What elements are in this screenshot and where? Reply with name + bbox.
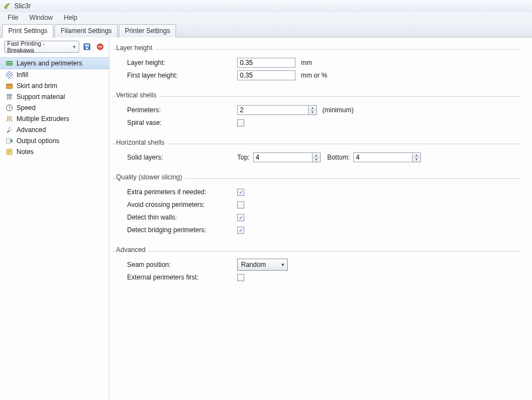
group-horizontal-shells: Horizontal shells Solid layers: Top: ▲▼ …	[113, 139, 521, 163]
seam-position-label: Seam position:	[127, 261, 237, 269]
sidebar-item-notes[interactable]: Notes	[0, 146, 109, 157]
spin-down-icon[interactable]: ▼	[413, 158, 420, 162]
extra-perimeters-checkbox[interactable]: ✓	[237, 189, 244, 196]
menu-help[interactable]: Help	[59, 13, 82, 23]
group-advanced: Advanced Seam position: Random ▼ Externa…	[113, 246, 521, 283]
sidebar-item-layers-and-perimeters[interactable]: Layers and perimeters	[0, 57, 109, 69]
sidebar-item-speed[interactable]: Speed	[0, 102, 109, 113]
avoid-crossing-checkbox[interactable]	[237, 201, 244, 209]
svg-rect-2	[86, 47, 89, 50]
menu-file[interactable]: File	[3, 13, 23, 23]
sidebar-nav: Layers and perimeters Infill Skirt and b…	[0, 56, 109, 158]
spiral-vase-label: Spiral vase:	[127, 119, 237, 127]
svg-rect-9	[7, 84, 13, 85]
group-layer-height: Layer height Layer height: mm First laye…	[113, 44, 521, 81]
svg-rect-11	[7, 96, 8, 100]
sidebar-item-label: Layers and perimeters	[17, 59, 82, 67]
layer-height-label: Layer height:	[127, 59, 237, 67]
spiral-vase-checkbox[interactable]	[237, 119, 244, 127]
tab-printer-settings[interactable]: Printer Settings	[119, 24, 176, 37]
sidebar-item-label: Infill	[17, 71, 28, 79]
sidebar-item-label: Multiple Extruders	[17, 115, 69, 123]
clock-icon	[6, 104, 13, 112]
save-preset-button[interactable]	[81, 41, 92, 52]
avoid-crossing-label: Avoid crossing perimeters:	[127, 201, 237, 209]
settings-content: Layer height Layer height: mm First laye…	[109, 37, 532, 400]
delete-icon	[96, 43, 104, 51]
sidebar-item-label: Speed	[17, 104, 36, 112]
menu-window[interactable]: Window	[25, 13, 57, 23]
solid-layers-top-spinner[interactable]: ▲▼	[312, 152, 321, 162]
seam-position-value: Random	[241, 261, 266, 269]
group-title: Advanced	[116, 246, 149, 254]
notes-icon	[6, 148, 13, 156]
perimeters-input[interactable]	[237, 105, 309, 115]
sidebar-item-label: Notes	[17, 148, 34, 156]
app-icon	[3, 2, 11, 10]
sidebar-item-label: Advanced	[17, 126, 46, 134]
svg-rect-1	[85, 45, 89, 47]
sidebar: Fast Printing - Breakawa ▼ Layers and pe…	[0, 37, 109, 400]
preset-selected-label: Fast Printing - Breakawa	[7, 40, 72, 53]
box-icon	[6, 82, 13, 90]
perimeters-spinner[interactable]: ▲▼	[309, 105, 317, 115]
svg-rect-4	[98, 46, 102, 47]
group-title: Vertical shells	[116, 91, 160, 99]
chevron-down-icon: ▼	[281, 262, 285, 267]
spin-up-icon[interactable]: ▲	[413, 153, 420, 158]
solid-layers-bottom-input[interactable]	[353, 152, 413, 162]
extruder-icon	[6, 115, 13, 123]
detect-thin-walls-label: Detect thin walls:	[127, 213, 237, 221]
sidebar-item-output-options[interactable]: Output options	[0, 135, 109, 146]
infill-icon	[6, 71, 13, 79]
sidebar-item-label: Support material	[17, 93, 65, 101]
sidebar-item-skirt-and-brim[interactable]: Skirt and brim	[0, 80, 109, 91]
seam-position-select[interactable]: Random ▼	[237, 259, 288, 271]
sidebar-item-advanced[interactable]: Advanced	[0, 124, 109, 135]
perimeters-suffix: (minimum)	[322, 106, 354, 114]
layer-height-input[interactable]	[237, 58, 295, 68]
external-perimeters-first-label: External perimeters first:	[127, 273, 237, 281]
sidebar-item-label: Output options	[17, 137, 59, 145]
preset-row: Fast Printing - Breakawa ▼	[0, 37, 109, 56]
solid-layers-top-input[interactable]	[253, 152, 312, 162]
preset-select[interactable]: Fast Printing - Breakawa ▼	[4, 41, 79, 53]
sidebar-item-infill[interactable]: Infill	[0, 69, 109, 80]
svg-rect-7	[6, 64, 13, 65]
detect-bridging-checkbox[interactable]: ✓	[237, 227, 244, 234]
first-layer-height-input[interactable]	[237, 70, 295, 80]
tab-print-settings[interactable]: Print Settings	[2, 24, 53, 37]
output-icon	[6, 137, 13, 145]
group-title: Layer height	[116, 44, 156, 52]
extra-perimeters-label: Extra perimeters if needed:	[127, 188, 237, 196]
svg-rect-10	[7, 94, 12, 96]
solid-layers-bottom-spinner[interactable]: ▲▼	[413, 152, 421, 162]
sidebar-item-support-material[interactable]: Support material	[0, 91, 109, 102]
external-perimeters-first-checkbox[interactable]	[237, 274, 244, 281]
group-title: Horizontal shells	[116, 139, 168, 146]
svg-rect-5	[6, 61, 13, 62]
top-label: Top:	[237, 154, 250, 161]
perimeters-label: Perimeters:	[127, 106, 237, 114]
tab-filament-settings[interactable]: Filament Settings	[54, 24, 118, 37]
spin-up-icon[interactable]: ▲	[312, 153, 320, 158]
group-vertical-shells: Vertical shells Perimeters: ▲▼ (minimum)…	[113, 91, 521, 129]
floppy-disk-icon	[83, 43, 91, 51]
spin-down-icon[interactable]: ▼	[312, 158, 320, 162]
chevron-down-icon: ▼	[72, 45, 76, 50]
sidebar-item-multiple-extruders[interactable]: Multiple Extruders	[0, 113, 109, 124]
detect-thin-walls-checkbox[interactable]: ✓	[237, 214, 244, 221]
group-title: Quality (slower slicing)	[116, 173, 185, 181]
spin-up-icon[interactable]: ▲	[309, 106, 316, 111]
solid-layers-label: Solid layers:	[127, 154, 237, 161]
spin-down-icon[interactable]: ▼	[309, 111, 316, 115]
detect-bridging-label: Detect bridging perimeters:	[127, 226, 237, 234]
tabstrip: Print Settings Filament Settings Printer…	[0, 23, 532, 37]
first-layer-height-label: First layer height:	[127, 72, 237, 79]
group-quality: Quality (slower slicing) Extra perimeter…	[113, 173, 521, 236]
support-icon	[6, 93, 13, 101]
layer-height-unit: mm	[301, 59, 312, 67]
delete-preset-button[interactable]	[95, 41, 106, 52]
layers-icon	[6, 59, 13, 67]
wrench-icon	[6, 126, 13, 134]
